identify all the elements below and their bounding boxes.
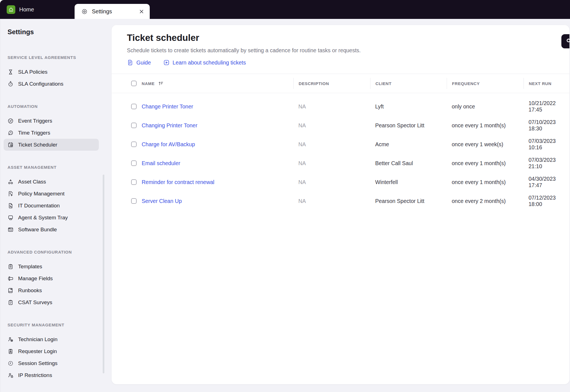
sidebar-item-sla-configurations[interactable]: SLA Configurations bbox=[4, 78, 99, 90]
cell-name[interactable]: Change Printer Toner bbox=[142, 103, 293, 110]
column-header-name[interactable]: NAME bbox=[142, 81, 293, 86]
sidebar-item-software-bundle[interactable]: Software Bundle bbox=[4, 224, 99, 235]
content-shell: Settings SERVICE LEVEL AGREEMENTSSLA Pol… bbox=[0, 19, 570, 392]
top-tab-bar: Home Settings bbox=[0, 0, 570, 19]
agent-tray-icon bbox=[8, 215, 14, 221]
sidebar-item-label: SLA Configurations bbox=[18, 81, 63, 87]
sidebar-item-time-triggers[interactable]: Time Triggers bbox=[4, 127, 99, 139]
column-header-client[interactable]: CLIENT bbox=[370, 78, 447, 89]
cell-next-run: 07/12/2023 18:00 bbox=[524, 195, 569, 207]
sidebar-item-manage-fields[interactable]: Manage Fields bbox=[4, 272, 99, 284]
input-field-icon bbox=[8, 276, 14, 282]
cell-name[interactable]: Email scheduler bbox=[142, 160, 293, 167]
sidebar-item-label: Policy Management bbox=[18, 191, 65, 197]
sidebar-title: Settings bbox=[8, 28, 112, 36]
cell-frequency: once every 1 month(s) bbox=[447, 122, 524, 129]
tab-settings-active[interactable]: Settings bbox=[75, 4, 150, 19]
cell-client: Pearson Spector Litt bbox=[370, 198, 447, 204]
settings-tab-label: Settings bbox=[92, 8, 139, 15]
cell-name[interactable]: Server Clean Up bbox=[142, 198, 293, 204]
sidebar-item-label: Requester Login bbox=[18, 348, 57, 354]
row-checkbox[interactable] bbox=[131, 179, 137, 185]
guide-doc-icon bbox=[127, 59, 134, 66]
settings-sidebar: Settings SERVICE LEVEL AGREEMENTSSLA Pol… bbox=[0, 19, 112, 392]
link-label: Guide bbox=[136, 59, 151, 66]
row-checkbox[interactable] bbox=[131, 160, 137, 166]
gear-icon bbox=[81, 8, 88, 15]
page-title: Ticket scheduler bbox=[127, 32, 569, 43]
sidebar-scrollbar-thumb[interactable] bbox=[103, 175, 104, 373]
sidebar-item-label: Manage Fields bbox=[18, 276, 53, 282]
table-row: Change Printer TonerNALyftonly once10/21… bbox=[112, 97, 569, 116]
sidebar-item-event-triggers[interactable]: Event Triggers bbox=[4, 115, 99, 127]
cell-description: NA bbox=[293, 122, 370, 129]
guide-link[interactable]: Guide bbox=[127, 59, 151, 66]
sidebar-item-policy-management[interactable]: Policy Management bbox=[4, 188, 99, 200]
sidebar-item-label: Software Bundle bbox=[18, 227, 57, 233]
sidebar-section-advanced-configuration: ADVANCED CONFIGURATIONTemplatesManage Fi… bbox=[8, 249, 112, 308]
column-header-next-run[interactable]: NEXT RUN bbox=[524, 78, 569, 89]
cell-next-run: 10/21/2022 17:45 bbox=[524, 100, 569, 113]
it-doc-icon bbox=[8, 203, 14, 209]
learn-about-scheduling-tickets-link[interactable]: Learn about scheduling tickets bbox=[163, 59, 246, 66]
cell-name[interactable]: Reminder for contract renewal bbox=[142, 179, 293, 185]
tab-home[interactable]: Home bbox=[4, 0, 37, 19]
create-button-partial[interactable] bbox=[561, 34, 569, 48]
table-header-row: NAME DESCRIPTION CLIENT FREQUENCY NEXT R… bbox=[112, 74, 569, 93]
cell-description: NA bbox=[293, 160, 370, 167]
clipboard-lines-icon bbox=[8, 264, 14, 270]
cell-client: Acme bbox=[370, 141, 447, 148]
cell-frequency: once every 1 month(s) bbox=[447, 179, 524, 185]
sidebar-item-label: Event Triggers bbox=[18, 118, 52, 124]
sidebar-item-ip-restrictions[interactable]: IP Restrictions bbox=[4, 369, 99, 381]
cell-next-run: 07/03/2023 10:16 bbox=[524, 138, 569, 151]
sidebar-item-csat-surveys[interactable]: CSAT Surveys bbox=[4, 296, 99, 308]
cell-frequency: only once bbox=[447, 103, 524, 110]
select-all-checkbox[interactable] bbox=[131, 81, 137, 86]
home-tab-label: Home bbox=[19, 6, 34, 13]
table-body: Change Printer TonerNALyftonly once10/21… bbox=[112, 93, 569, 210]
cell-name[interactable]: Charge for AV/Backup bbox=[142, 141, 293, 148]
cell-frequency: once every 2 month(s) bbox=[447, 198, 524, 204]
sidebar-item-requester-login[interactable]: Requester Login bbox=[4, 345, 99, 357]
sidebar-item-ticket-scheduler[interactable]: Ticket Scheduler bbox=[4, 139, 99, 151]
clipboard-check-icon bbox=[8, 299, 14, 306]
sort-ascending-icon[interactable] bbox=[158, 81, 164, 86]
sidebar-item-templates[interactable]: Templates bbox=[4, 260, 99, 272]
policy-doc-icon bbox=[8, 191, 14, 197]
cell-client: Pearson Spector Litt bbox=[370, 122, 447, 129]
table-row: Email schedulerNABetter Call Saulonce ev… bbox=[112, 154, 569, 173]
sidebar-item-runbooks[interactable]: Runbooks bbox=[4, 284, 99, 296]
column-header-description[interactable]: DESCRIPTION bbox=[293, 78, 370, 89]
section-header: SECURITY MANAGEMENT bbox=[8, 322, 112, 328]
cell-name[interactable]: Changing Printer Toner bbox=[142, 122, 293, 129]
cell-next-run: 07/03/2023 21:10 bbox=[524, 157, 569, 170]
sidebar-item-session-settings[interactable]: Session Settings bbox=[4, 357, 99, 369]
row-checkbox[interactable] bbox=[131, 142, 137, 147]
sidebar-item-label: IP Restrictions bbox=[18, 372, 52, 378]
cell-frequency: once every 1 week(s) bbox=[447, 141, 524, 148]
home-icon bbox=[7, 5, 15, 14]
shapes-icon bbox=[8, 179, 14, 185]
column-header-frequency[interactable]: FREQUENCY bbox=[447, 78, 524, 89]
ticket-scheduler-card: Ticket scheduler Schedule tickets to cre… bbox=[112, 25, 569, 384]
cell-next-run: 04/30/2023 17:47 bbox=[524, 176, 569, 188]
sidebar-item-agent-and-system-tray[interactable]: Agent & System Tray bbox=[4, 212, 99, 224]
user-coin-icon bbox=[8, 336, 14, 343]
cell-client: Lyft bbox=[370, 103, 447, 110]
sidebar-item-it-documentation[interactable]: IT Documentation bbox=[4, 200, 99, 212]
sidebar-item-label: Agent & System Tray bbox=[18, 215, 68, 221]
sidebar-item-technician-login[interactable]: Technician Login bbox=[4, 333, 99, 345]
row-checkbox[interactable] bbox=[131, 104, 137, 109]
clock-dashed-icon bbox=[8, 360, 14, 366]
sidebar-item-sla-policies[interactable]: SLA Policies bbox=[4, 66, 99, 78]
close-tab-icon[interactable] bbox=[139, 9, 144, 14]
row-checkbox[interactable] bbox=[131, 198, 137, 204]
cell-frequency: once every 1 month(s) bbox=[447, 160, 524, 167]
row-checkbox[interactable] bbox=[131, 123, 137, 128]
help-links-row: GuideLearn about scheduling tickets bbox=[127, 59, 569, 66]
stopwatch-icon bbox=[8, 81, 14, 87]
sidebar-item-asset-class[interactable]: Asset Class bbox=[4, 176, 99, 188]
sidebar-item-label: Asset Class bbox=[18, 179, 46, 185]
sidebar-item-label: Ticket Scheduler bbox=[18, 142, 57, 148]
